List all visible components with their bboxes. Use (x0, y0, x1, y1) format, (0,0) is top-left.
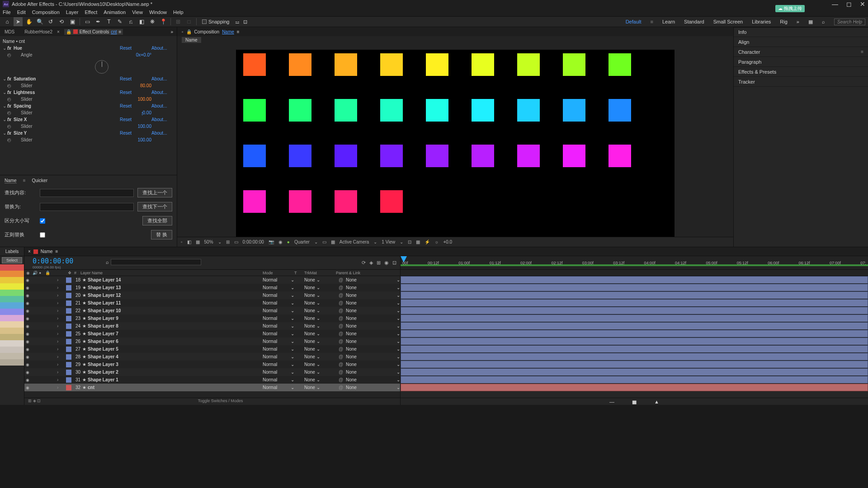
eraser-tool[interactable]: ◧ (137, 17, 146, 26)
shape-layer-square[interactable] (609, 53, 631, 76)
pickwhip-icon[interactable]: @ (336, 347, 346, 352)
parent-dropdown[interactable]: None (346, 331, 357, 336)
layer-name-link[interactable]: cnt (111, 29, 117, 34)
mask-icon[interactable]: ▦ (196, 239, 200, 244)
layer-name[interactable]: Shape Layer 14 (88, 277, 263, 282)
layer-duration-bar[interactable] (401, 330, 868, 338)
color-mgmt-icon[interactable]: ● (287, 239, 290, 244)
table-row[interactable]: ◉›30★Shape Layer 2Normal⌄None ⌄@None ⌄ (24, 368, 400, 376)
about-button[interactable]: About... (151, 90, 174, 95)
stopwatch-icon[interactable]: ◷ (7, 83, 13, 88)
parent-dropdown[interactable]: None (346, 362, 357, 367)
parent-dropdown[interactable]: None (346, 293, 357, 298)
menu-animation[interactable]: Animation (104, 9, 126, 15)
dropdown-icon[interactable]: ⌄ (316, 300, 320, 305)
roi-icon[interactable]: ▭ (322, 239, 326, 244)
shape-layer-square[interactable] (426, 145, 448, 167)
res-icon[interactable]: ⊞ (226, 239, 230, 244)
layer-duration-bar[interactable] (401, 353, 868, 361)
dropdown-icon[interactable]: ⌄ (316, 293, 320, 298)
pickwhip-icon[interactable]: @ (336, 385, 346, 390)
dropdown-icon[interactable]: ⌄ (291, 385, 294, 390)
dropdown-icon[interactable]: ⌄ (396, 293, 400, 298)
layer-name[interactable]: Shape Layer 5 (88, 347, 263, 352)
layer-duration-bar[interactable] (401, 376, 868, 384)
parent-dropdown[interactable]: None (346, 347, 357, 352)
workspace-learn[interactable]: Learn (662, 19, 675, 24)
dropdown-icon[interactable]: ⌄ (316, 285, 320, 290)
layer-label-swatch[interactable] (66, 285, 71, 291)
share-icon[interactable]: ⊡ (408, 239, 411, 244)
mode-dropdown[interactable]: Normal (263, 362, 291, 367)
label-color-swatch[interactable] (0, 277, 24, 283)
overflow-icon[interactable]: » (170, 29, 173, 34)
layer-label-swatch[interactable] (66, 324, 71, 329)
layer-label-swatch[interactable] (66, 354, 71, 360)
twirl-icon[interactable]: › (3, 83, 7, 88)
tl-icon-3[interactable]: ⊞ (377, 260, 381, 266)
snap-opt2-icon[interactable]: ⊡ (243, 19, 247, 25)
visibility-icon[interactable]: ◉ (24, 293, 31, 298)
stopwatch-icon[interactable]: ◷ (7, 97, 13, 102)
find-all-button[interactable]: 查找全部 (142, 216, 172, 225)
layer-label-swatch[interactable] (66, 277, 71, 283)
layer-label-swatch[interactable] (66, 385, 71, 390)
visibility-icon[interactable]: ◉ (24, 355, 31, 359)
label-color-swatch[interactable] (0, 353, 24, 359)
tl-icon-4[interactable]: ◉ (384, 260, 389, 266)
shape-layer-square[interactable] (426, 99, 448, 122)
twirl-icon[interactable]: › (57, 324, 61, 328)
fx-icon[interactable]: fx (7, 103, 14, 108)
layer-duration-bar[interactable] (401, 361, 868, 368)
reset-button[interactable]: Reset (120, 117, 151, 122)
mode-dropdown[interactable]: Normal (263, 293, 291, 298)
label-color-swatch[interactable] (0, 359, 24, 366)
panel-menu-icon[interactable]: ≡ (23, 178, 26, 183)
cam-dropdown-icon[interactable]: ⌄ (373, 239, 377, 244)
twirl-icon[interactable]: › (57, 316, 61, 321)
table-row[interactable]: ◉›29★Shape Layer 3Normal⌄None ⌄@None ⌄ (24, 361, 400, 368)
tl-icon-2[interactable]: ◈ (369, 260, 373, 266)
shape-layer-square[interactable] (380, 190, 403, 213)
layer-name[interactable]: Shape Layer 12 (88, 293, 263, 298)
pickwhip-icon[interactable]: @ (336, 354, 346, 359)
layer-name[interactable]: Shape Layer 8 (88, 324, 263, 328)
dropdown-icon[interactable]: ⌄ (316, 385, 320, 390)
pen-tool[interactable]: ✒ (94, 17, 103, 26)
zoom-value[interactable]: 50% (204, 239, 213, 244)
angle-control[interactable] (95, 60, 108, 74)
res-dropdown-icon[interactable]: ⌄ (314, 239, 318, 244)
shape-layer-square[interactable] (517, 99, 540, 122)
view-dropdown-icon[interactable]: ⌄ (400, 239, 403, 244)
layer-duration-bar[interactable] (401, 345, 868, 353)
zoom-tool[interactable]: 🔍 (35, 17, 44, 26)
workspace-small[interactable]: Small Screen (713, 19, 743, 24)
visibility-icon[interactable]: ◉ (24, 316, 31, 321)
parent-dropdown[interactable]: None (346, 377, 357, 382)
mode-dropdown[interactable]: Normal (263, 324, 291, 328)
layer-name[interactable]: Shape Layer 6 (88, 339, 263, 344)
layer-name[interactable]: Shape Layer 11 (88, 300, 263, 305)
find-input[interactable] (40, 189, 134, 197)
visibility-icon[interactable]: ◉ (24, 278, 31, 282)
panel-character[interactable]: Character≡ (734, 47, 868, 57)
twirl-icon[interactable]: › (3, 110, 7, 115)
stopwatch-icon[interactable]: ◷ (7, 124, 13, 129)
dropdown-icon[interactable]: ⌄ (316, 316, 320, 321)
trkmat-dropdown[interactable]: None (304, 308, 315, 313)
table-row[interactable]: ◉›20★Shape Layer 12Normal⌄None ⌄@None ⌄ (24, 291, 400, 299)
label-color-swatch[interactable] (0, 296, 24, 302)
dropdown-icon[interactable]: ⌄ (291, 316, 294, 321)
shape-layer-square[interactable] (380, 99, 403, 122)
workspace-more-icon[interactable]: » (797, 19, 799, 24)
timeline-tab-name[interactable]: Name (41, 249, 53, 254)
layer-label-swatch[interactable] (66, 347, 71, 352)
dropdown-icon[interactable]: ⌄ (396, 277, 400, 282)
shape-layer-square[interactable] (289, 53, 311, 76)
label-color-swatch[interactable] (0, 302, 24, 309)
exposure-value[interactable]: +0.0 (443, 239, 452, 244)
dropdown-icon[interactable]: ⌄ (396, 370, 400, 375)
twirl-icon[interactable]: › (57, 370, 61, 375)
effect-name[interactable]: Saturation (14, 76, 120, 81)
layer-name[interactable]: Shape Layer 7 (88, 331, 263, 336)
